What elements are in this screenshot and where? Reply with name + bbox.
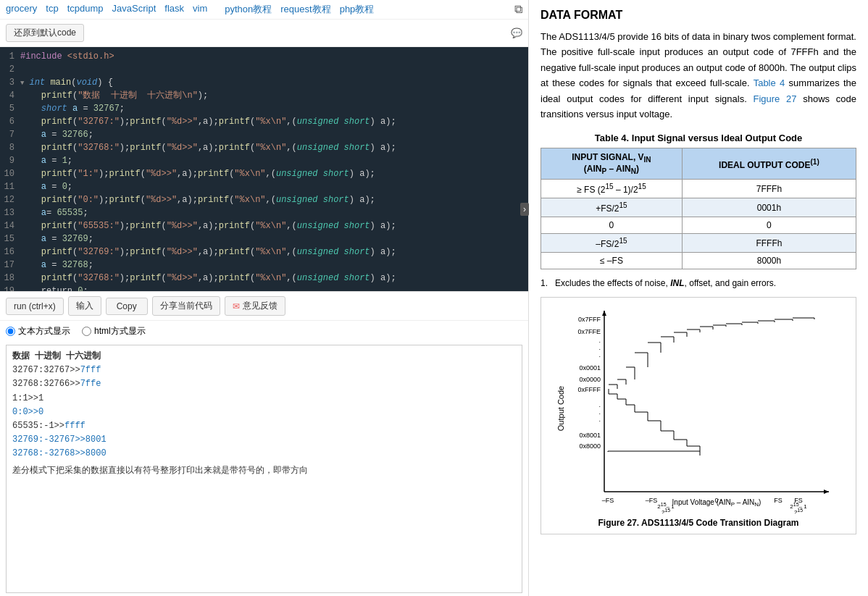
table4-link[interactable]: Table 4 [754,77,785,88]
html-radio[interactable] [82,327,91,336]
output-link-7ffe[interactable]: 7ffe [80,379,101,389]
display-options: 文本方式显示 html方式显示 [0,320,528,342]
table-row: –FS/215 FFFFh [541,234,856,253]
output-line-5: 65535:-1>>ffff [12,419,516,433]
table-row: ≥ FS (215 – 1)/215 7FFFh [541,180,856,198]
display-text-option[interactable]: 文本方式显示 [6,325,70,337]
output-line-4: 0:0>>0 [12,406,516,419]
code-line: 7 a = 32766; [0,128,528,141]
copy-icon-top[interactable]: ⧉ [514,3,522,16]
toolbar: 还原到默认code 💬 [0,20,528,47]
code-line: 11 a = 0; [0,180,528,193]
svg-text:0x8001: 0x8001 [579,432,601,439]
nav-link-python[interactable]: python教程 [225,3,272,16]
output-note: 差分模式下把采集的数据直接以有符号整形打印出来就是带符号的，即带方向 [12,464,516,478]
code-line: 19 return 0; [0,285,528,291]
svg-text:·: · [598,403,601,410]
code-line: 13 a= 65535; [0,206,528,219]
nav-link-php[interactable]: php教程 [340,3,375,16]
right-panel: DATA FORMAT The ADS1113/4/5 provide 16 b… [529,0,868,596]
output-line-7: 32768:-32768>>8000 [12,447,516,461]
code-line: 3 ▼ int main(void) { [0,76,528,89]
top-nav: grocery tcp tcpdump JavaScript flask vim… [0,0,528,20]
code-line: 5 short a = 32767; [0,102,528,115]
table-header-input: INPUT SIGNAL, VIN(AINP – AINN) [541,148,683,180]
svg-text:0x7FFF: 0x7FFF [578,316,601,323]
run-button[interactable]: run (ctrl+x) [6,298,64,315]
figure27-link[interactable]: Figure 27 [753,93,796,104]
bottom-bar: run (ctrl+x) 输入 Copy 分享当前代码 ✉ 意见反馈 [0,291,528,320]
svg-text:·: · [598,417,601,424]
email-icon: ✉ [233,301,240,311]
code-line: 14 printf("65535:");printf("%d>>",a);pri… [0,219,528,232]
table-header-output: IDEAL OUTPUT CODE(1) [682,148,856,180]
code-line: 4 printf("数据 十进制 十六进制\n"); [0,89,528,102]
svg-marker-28 [602,311,606,316]
code-editor[interactable]: 1 #include <stdio.h> 2 3 ▼ int main(void… [0,47,528,291]
feedback-button[interactable]: ✉ 意见反馈 [225,296,285,316]
code-line: 15 a = 32769; [0,232,528,245]
output-link-7fff[interactable]: 7fff [80,365,101,375]
svg-text:0x0000: 0x0000 [579,376,601,383]
table-row: ≤ –FS 8000h [541,253,856,269]
svg-text:215: 215 [794,508,803,513]
code-line: 2 [0,63,528,76]
footnote: 1. Excludes the effects of noise, INL, o… [541,278,856,288]
section-title: DATA FORMAT [541,9,856,22]
svg-text:0x0001: 0x0001 [579,364,601,372]
input-button[interactable]: 输入 [68,296,101,316]
display-html-option[interactable]: html方式显示 [82,325,146,337]
nav-link-tcpdump[interactable]: tcpdump [67,3,104,16]
output-line-1: 32767:32767>>7fff [12,364,516,377]
expand-arrow[interactable]: › [520,203,529,216]
nav-link-vim[interactable]: vim [193,3,207,16]
output-area: 数据 十进制 十六进制 32767:32767>>7fff 32768:3276… [6,345,522,593]
section-body-1: The ADS1113/4/5 provide 16 bits of data … [541,29,856,122]
nav-link-flask[interactable]: flask [164,3,184,16]
nav-link-grocery[interactable]: grocery [6,3,37,16]
svg-text:215: 215 [662,508,670,513]
code-line: 10 printf("1:");printf("%d>>",a);printf(… [0,167,528,180]
svg-text:–FS: –FS [602,497,614,504]
figure-27-chart: Output Code 0x7FFF 0x7FFE · · · 0x0001 0… [554,303,843,513]
nav-link-request[interactable]: request教程 [280,3,330,16]
code-line: 1 #include <stdio.h> [0,50,528,63]
output-header: 数据 十进制 十六进制 [12,350,516,364]
table-caption: Table 4. Input Signal versus Ideal Outpu… [541,133,856,143]
svg-text:·: · [598,345,601,353]
output-line-2: 32768:32766>>7ffe [12,377,516,391]
code-line: 16 printf("32769:");printf("%d>>",a);pri… [0,245,528,259]
svg-text:0x7FFE: 0x7FFE [577,328,601,335]
copy-button[interactable]: Copy [106,298,148,315]
table-wrapper: Table 4. Input Signal versus Ideal Outpu… [541,133,856,270]
code-line: 6 printf("32767:");printf("%d>>",a);prin… [0,115,528,128]
code-line: 17 a = 32768; [0,259,528,272]
text-radio[interactable] [6,327,15,336]
code-line: 12 printf("0:");printf("%d>>",a);printf(… [0,193,528,206]
output-line-6: 32769:-32767>>8001 [12,433,516,447]
chart-container: Output Code 0x7FFF 0x7FFE · · · 0x0001 0… [541,297,856,534]
data-table: INPUT SIGNAL, VIN(AINP – AINN) IDEAL OUT… [541,148,856,270]
svg-text:·: · [598,338,601,345]
code-line: 18 printf("32768:");printf("%d>>",a);pri… [0,272,528,285]
code-line: 8 printf("32768:");printf("%d>>",a);prin… [0,141,528,154]
svg-text:0x8000: 0x8000 [579,442,601,450]
svg-text:Output Code: Output Code [556,386,565,431]
svg-text:· · · 0 · · ·: · · · 0 · · · [704,497,729,504]
share-button[interactable]: 分享当前代码 [152,296,220,316]
svg-text:·: · [598,353,601,360]
output-link-ffff[interactable]: ffff [64,421,85,431]
reset-button[interactable]: 还原到默认code [6,24,84,42]
output-line-3: 1:1>>1 [12,392,516,406]
table-row: 0 0 [541,217,856,234]
comment-icon[interactable]: 💬 [511,28,522,38]
svg-text:·: · [598,410,601,417]
chart-caption: Figure 27. ADS1113/4/5 Code Transition D… [547,518,850,528]
table-row: +FS/215 0001h [541,198,856,217]
nav-link-javascript[interactable]: JavaScript [112,3,157,16]
nav-link-tcp[interactable]: tcp [46,3,58,16]
svg-text:0xFFFF: 0xFFFF [578,386,601,393]
svg-marker-27 [824,490,829,494]
code-line: 9 a = 1; [0,154,528,167]
left-panel: grocery tcp tcpdump JavaScript flask vim… [0,0,529,596]
